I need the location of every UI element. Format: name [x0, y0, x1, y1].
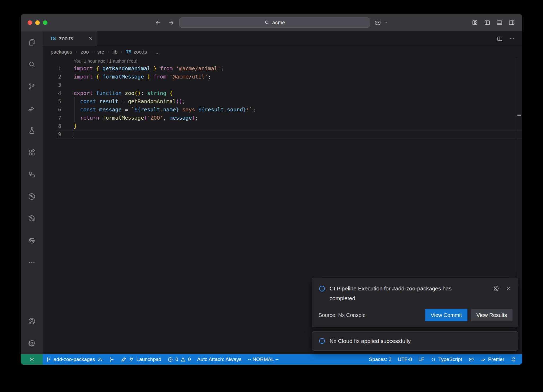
code-line-4: 4export function zoo(): string {	[43, 89, 522, 97]
customize-layout-button[interactable]	[472, 19, 478, 26]
search-icon	[28, 60, 36, 68]
statusbar-text: 0	[175, 356, 178, 362]
statusbar-encoding[interactable]: UTF-8	[395, 354, 415, 365]
statusbar-text: 0	[188, 356, 191, 362]
rocket-icon	[121, 357, 126, 362]
typescript-file-icon: TS	[126, 50, 131, 54]
statusbar-remote-indicator[interactable]	[21, 354, 43, 365]
statusbar-vim-mode[interactable]: -- NORMAL --	[244, 354, 282, 365]
notification-close-button[interactable]	[505, 285, 511, 292]
statusbar-copilot-status[interactable]	[465, 354, 477, 365]
activity-run-and-debug[interactable]	[21, 97, 43, 119]
statusbar-text: -- NORMAL --	[248, 356, 278, 362]
breadcrumb-item-packages[interactable]: packages	[51, 49, 72, 55]
code-text: const result = getRandomAnimal();	[74, 97, 185, 106]
edge-tools-icon	[28, 237, 36, 245]
copilot-button[interactable]	[374, 19, 381, 26]
breadcrumb-separator-icon	[106, 50, 110, 54]
tab-label: zoo.ts	[59, 36, 73, 42]
code-line-9: 9	[43, 130, 522, 138]
code-line-7: 7 return formatMessage('ZOO', message);	[43, 114, 522, 122]
accounts-icon	[28, 317, 36, 325]
statusbar-gitlens-launchpad[interactable]: Launchpad	[118, 354, 164, 365]
statusbar-git-branch[interactable]: add-zoo-packages	[43, 354, 106, 365]
belldot-icon	[511, 357, 516, 362]
code-text: import { getRandomAnimal } from '@acme/a…	[74, 64, 224, 73]
copilot-menu-chevron[interactable]	[383, 20, 388, 25]
toggle-primary-sidebar-button[interactable]	[484, 19, 491, 26]
code-lines: 1import { getRandomAnimal } from '@acme/…	[43, 64, 522, 138]
statusbar-text: add-zoo-packages	[54, 356, 95, 362]
gitlens-icon	[28, 193, 36, 201]
breadcrumb-item-src[interactable]: src	[97, 49, 104, 55]
activity-nx-console[interactable]	[21, 163, 43, 185]
statusbar-text: UTF-8	[398, 356, 412, 362]
activity-source-control[interactable]	[21, 75, 43, 97]
statusbar-auto-attach[interactable]: Auto Attach: Always	[194, 354, 245, 365]
view-commit-button[interactable]: View Commit	[425, 309, 467, 321]
braces-icon: {}	[431, 357, 436, 362]
activity-additional-views[interactable]	[21, 251, 43, 273]
notification-settings-button[interactable]	[493, 285, 500, 292]
activity-testing[interactable]	[21, 119, 43, 141]
breadcrumb-file[interactable]: TSzoo.ts	[126, 49, 147, 55]
info-icon	[318, 285, 326, 292]
statusbar-formatter-prettier[interactable]: Prettier	[477, 354, 507, 365]
run-and-debug-icon	[28, 104, 36, 112]
activity-search[interactable]	[21, 53, 43, 75]
toast-header: CI Pipeline Execution for #add-zoo-packa…	[312, 278, 518, 303]
extensions-icon	[28, 149, 36, 156]
statusbar-notifications-bell[interactable]	[507, 354, 519, 365]
close-window-button[interactable]	[28, 20, 32, 25]
remote-icon	[29, 356, 35, 363]
activity-bar-bottom	[21, 310, 43, 354]
zoom-window-button[interactable]	[43, 20, 47, 25]
line-number: 7	[43, 114, 74, 122]
history-back-button[interactable]	[155, 19, 162, 26]
breadcrumb-item-zoo[interactable]: zoo	[81, 49, 89, 55]
toggle-secondary-sidebar-button[interactable]	[508, 19, 515, 26]
dblcheck-icon	[480, 357, 486, 362]
toggle-panel-button[interactable]	[496, 19, 503, 26]
nav-history	[155, 14, 175, 31]
more-editor-actions-button[interactable]	[509, 36, 515, 42]
svg-text:{}: {}	[431, 358, 435, 361]
toast-actions	[493, 285, 511, 292]
statusbar-indentation[interactable]: Spaces: 2	[366, 354, 395, 365]
code-line-8: 8}	[43, 122, 522, 130]
activity-accounts[interactable]	[21, 310, 43, 332]
breadcrumb-item-lib[interactable]: lib	[112, 49, 117, 55]
statusbar-git-graph[interactable]	[106, 354, 118, 365]
line-number: 3	[43, 81, 74, 89]
activity-extensions[interactable]	[21, 141, 43, 163]
activity-explorer[interactable]	[21, 31, 43, 53]
tab-zoo-ts[interactable]: TS zoo.ts	[43, 31, 97, 46]
statusbar-end-of-line[interactable]: LF	[415, 354, 427, 365]
line-number: 2	[43, 73, 74, 81]
history-forward-button[interactable]	[168, 19, 175, 26]
source-control-icon	[28, 82, 36, 90]
breadcrumb-separator-icon	[91, 50, 95, 54]
text-cursor	[74, 131, 74, 138]
statusbar-language-mode[interactable]: {}TypeScript	[427, 354, 465, 365]
minimize-window-button[interactable]	[35, 20, 40, 25]
line-number: 1	[43, 64, 74, 73]
command-center-search[interactable]: acme	[179, 18, 370, 28]
nx-console-icon	[28, 171, 36, 178]
error-icon	[168, 357, 173, 362]
toast-message: Nx Cloud fix applied successfully	[330, 336, 411, 346]
activity-gitlens-inspect[interactable]	[21, 207, 43, 229]
layout-controls	[472, 14, 515, 31]
plug-icon	[129, 357, 134, 362]
activity-manage-settings[interactable]	[21, 332, 43, 354]
statusbar-problems[interactable]: 00	[164, 354, 194, 365]
status-bar: add-zoo-packagesLaunchpad00Auto Attach: …	[21, 354, 522, 365]
breadcrumb-overflow[interactable]: ...	[155, 49, 160, 55]
view-results-button[interactable]: View Results	[471, 309, 513, 321]
tab-close-icon[interactable]	[88, 36, 93, 41]
activity-gitlens[interactable]	[21, 185, 43, 207]
toast-footer: Source: Nx ConsoleView CommitView Result…	[312, 303, 518, 327]
code-line-3: 3	[43, 81, 522, 89]
activity-edge-tools[interactable]	[21, 229, 43, 251]
split-editor-button[interactable]	[497, 36, 503, 42]
